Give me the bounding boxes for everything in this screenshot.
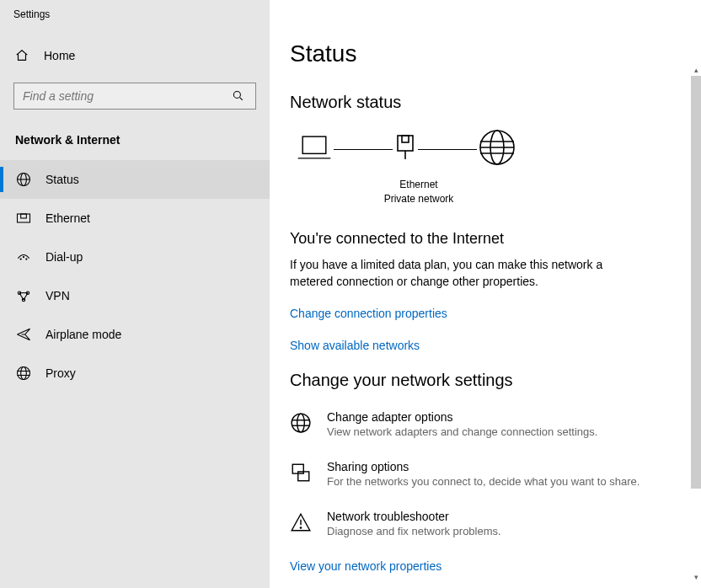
- home-button[interactable]: Home: [0, 37, 270, 74]
- svg-point-35: [297, 414, 305, 432]
- sidebar-item-airplane[interactable]: Airplane mode: [0, 315, 270, 354]
- svg-point-41: [300, 527, 301, 528]
- sidebar-item-label: Status: [45, 173, 79, 186]
- item-title: Network troubleshooter: [327, 510, 501, 523]
- sidebar-item-label: VPN: [45, 289, 70, 302]
- item-title: Change adapter options: [327, 410, 597, 424]
- svg-rect-27: [402, 136, 409, 142]
- ethernet-icon: [15, 210, 32, 227]
- connection-line: [334, 149, 393, 150]
- scroll-up-arrow[interactable]: ▴: [691, 64, 701, 76]
- proxy-icon: [15, 365, 32, 382]
- item-desc: For the networks you connect to, decide …: [327, 475, 639, 488]
- status-icon: [15, 171, 32, 188]
- adapter-options-item[interactable]: Change adapter options View network adap…: [290, 410, 681, 438]
- globe-icon: [477, 127, 517, 171]
- scrollbar-thumb[interactable]: [691, 76, 701, 489]
- sidebar-item-label: Airplane mode: [45, 328, 121, 341]
- vpn-icon: [15, 287, 32, 304]
- sidebar-item-vpn[interactable]: VPN: [0, 276, 270, 315]
- adapter-icon: [290, 412, 312, 434]
- sidebar-item-status[interactable]: Status: [0, 160, 270, 199]
- item-desc: View network adapters and change connect…: [327, 425, 597, 438]
- show-networks-link[interactable]: Show available networks: [290, 339, 681, 352]
- svg-rect-24: [302, 136, 326, 153]
- svg-point-4: [233, 91, 240, 98]
- connected-heading: You're connected to the Internet: [290, 230, 681, 248]
- airplane-icon: [15, 326, 32, 343]
- sidebar-item-proxy[interactable]: Proxy: [0, 354, 270, 393]
- sidebar-item-label: Proxy: [45, 366, 76, 380]
- home-label: Home: [44, 49, 75, 62]
- home-icon: [13, 47, 30, 64]
- connection-line: [418, 149, 477, 150]
- change-connection-link[interactable]: Change connection properties: [290, 307, 681, 320]
- connection-name: Ethernet: [381, 178, 457, 192]
- item-title: Sharing options: [327, 460, 639, 473]
- sidebar-item-label: Ethernet: [45, 211, 90, 225]
- network-status-heading: Network status: [290, 93, 681, 112]
- svg-point-20: [18, 367, 30, 380]
- scroll-down-arrow[interactable]: ▾: [691, 571, 701, 583]
- category-header: Network & Internet: [0, 128, 270, 160]
- svg-line-5: [240, 98, 243, 100]
- network-diagram: [290, 127, 681, 171]
- troubleshooter-item[interactable]: Network troubleshooter Diagnose and fix …: [290, 510, 681, 537]
- svg-point-12: [23, 256, 24, 257]
- svg-rect-10: [21, 214, 27, 218]
- sidebar-item-dialup[interactable]: Dial-up: [0, 238, 270, 276]
- diagram-labels: Ethernet Private network: [381, 178, 457, 206]
- sidebar-item-ethernet[interactable]: Ethernet: [0, 199, 270, 238]
- sharing-icon: [290, 462, 312, 484]
- sharing-options-item[interactable]: Sharing options For the networks you con…: [290, 460, 681, 488]
- connection-type: Private network: [381, 192, 457, 206]
- connected-body: If you have a limited data plan, you can…: [290, 256, 635, 291]
- svg-rect-26: [398, 136, 413, 151]
- svg-line-19: [24, 293, 28, 300]
- adapter-icon: [393, 130, 418, 168]
- window-title: Settings: [0, 0, 270, 25]
- page-title: Status: [290, 40, 681, 67]
- search-input[interactable]: [23, 89, 230, 103]
- item-desc: Diagnose and fix network problems.: [327, 525, 501, 537]
- sidebar: Settings Home Network & Internet Status …: [0, 0, 270, 588]
- search-icon: [230, 88, 247, 104]
- search-box[interactable]: [13, 83, 256, 110]
- svg-point-34: [292, 414, 310, 432]
- main-content: Status Network status Ethernet Private n…: [270, 0, 701, 588]
- sidebar-item-label: Dial-up: [45, 250, 83, 264]
- laptop-icon: [295, 130, 334, 168]
- svg-point-11: [20, 259, 21, 259]
- dialup-icon: [15, 249, 32, 265]
- view-properties-link[interactable]: View your network properties: [290, 559, 681, 573]
- svg-point-21: [21, 367, 27, 380]
- change-settings-heading: Change your network settings: [290, 371, 681, 390]
- svg-line-18: [19, 293, 24, 300]
- svg-point-13: [26, 259, 27, 259]
- warning-icon: [290, 511, 312, 533]
